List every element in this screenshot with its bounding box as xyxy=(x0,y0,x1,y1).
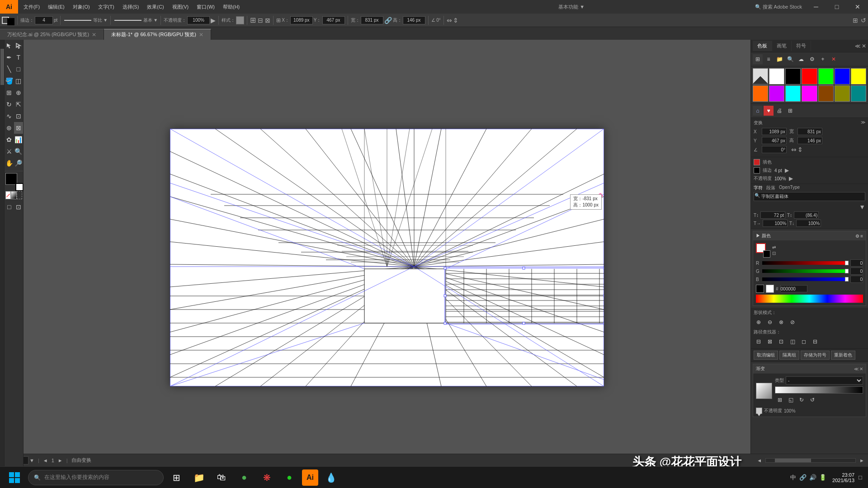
isolate-group-btn[interactable]: 隔离组 xyxy=(779,351,799,360)
zoom-out-tool[interactable]: 🔎 xyxy=(14,157,24,169)
stroke-width-input[interactable] xyxy=(35,16,53,24)
hand-tool[interactable]: ✋ xyxy=(5,157,14,169)
prev-page-btn[interactable]: ◄ xyxy=(43,458,48,463)
tray-battery-icon[interactable]: 🔋 xyxy=(819,474,827,482)
zoom-dropdown-icon[interactable]: ▼ xyxy=(29,458,34,463)
recolor-btn[interactable]: 重新着色 xyxy=(831,351,855,360)
tab-brush[interactable]: 画笔 xyxy=(772,41,792,51)
color-stroke-box[interactable] xyxy=(763,250,770,258)
icon-printer[interactable]: 🖨 xyxy=(774,106,784,116)
illustrator-taskbar-icon[interactable]: Ai xyxy=(302,469,318,486)
divide-icon[interactable]: ⊟ xyxy=(754,337,764,347)
none-color[interactable] xyxy=(5,191,11,199)
swatch-olive[interactable] xyxy=(835,85,850,102)
exclude-icon[interactable]: ⊘ xyxy=(788,317,797,327)
fill-indicator[interactable] xyxy=(754,159,760,165)
direct-selection-tool[interactable] xyxy=(14,40,24,52)
height-input[interactable] xyxy=(403,16,425,24)
minus-back-icon[interactable]: ⊟ xyxy=(810,337,820,347)
b-value-input[interactable] xyxy=(850,276,863,283)
tab-swatches[interactable]: 色板 xyxy=(753,41,772,51)
tracking-v-input[interactable] xyxy=(796,220,821,227)
gradient-box[interactable] xyxy=(11,191,16,199)
gradient-collapse-icon[interactable]: ≪ xyxy=(854,366,859,371)
transform-expand[interactable]: ≫ xyxy=(861,120,865,126)
swatch-none[interactable] xyxy=(753,68,768,84)
opacity-input[interactable] xyxy=(187,16,210,24)
symbol-tool[interactable]: ✿ xyxy=(5,134,14,145)
outline-icon[interactable]: ◻ xyxy=(799,337,809,347)
shape-builder[interactable]: ⊕ xyxy=(14,87,24,99)
tray-lang-icon[interactable]: 中 xyxy=(789,474,797,482)
font-name-input[interactable] xyxy=(754,192,865,201)
x-value-input[interactable] xyxy=(762,128,787,135)
b-slider[interactable] xyxy=(762,277,849,281)
menu-help[interactable]: 帮助(H) xyxy=(219,2,243,12)
selection-tool[interactable] xyxy=(5,40,14,52)
menu-view[interactable]: 视图(V) xyxy=(169,2,193,12)
pen-tool[interactable]: ✒ xyxy=(5,52,14,63)
tab-wansong[interactable]: 万松纪念.ai @ 25% (RGB/GPU 预览) ✕ xyxy=(0,29,104,40)
font-size-input[interactable] xyxy=(760,211,785,219)
x-coord-input[interactable] xyxy=(290,16,313,24)
swatch-orange[interactable] xyxy=(753,85,768,102)
crop-icon[interactable]: ◫ xyxy=(788,337,797,347)
color-settings-icon[interactable]: ⚙ xyxy=(855,234,859,239)
scrollbar-thumb[interactable] xyxy=(775,459,811,462)
gradient-icon-2[interactable]: ◱ xyxy=(786,395,796,405)
warp-tool[interactable]: ∿ xyxy=(5,110,14,122)
start-button[interactable] xyxy=(4,467,25,488)
maximize-button[interactable]: □ xyxy=(826,0,847,14)
swatch-view-icon[interactable]: ⊞ xyxy=(753,54,763,64)
arrange-icon[interactable]: ⊞ xyxy=(853,17,858,24)
y-value-input[interactable] xyxy=(762,137,787,144)
explorer-icon[interactable]: 📁 xyxy=(189,468,209,488)
show-desktop-icon[interactable]: □ xyxy=(856,474,864,482)
paint-bucket[interactable]: 🪣 xyxy=(5,75,14,87)
scroll-thumb[interactable] xyxy=(0,49,4,85)
minus-front-icon[interactable]: ⊖ xyxy=(765,317,775,327)
icon-heart[interactable]: ♥ xyxy=(764,106,774,116)
trim-icon[interactable]: ⊠ xyxy=(765,337,775,347)
color-default-icon[interactable]: ⊡ xyxy=(772,251,776,256)
leading-input[interactable] xyxy=(794,211,819,219)
next-page-btn[interactable]: ► xyxy=(58,458,63,463)
gradient-type-select[interactable]: - 线性 径向 xyxy=(786,376,863,385)
tab-symbol[interactable]: 符号 xyxy=(792,41,811,51)
zoom-tool[interactable]: 🔍 xyxy=(14,145,24,157)
swatch-red[interactable] xyxy=(802,68,817,84)
angle-value-input[interactable] xyxy=(762,146,787,153)
color-swap-icon[interactable]: ⇄ xyxy=(772,245,776,250)
g-value-input[interactable] xyxy=(850,267,863,275)
menu-file[interactable]: 文件(F) xyxy=(20,2,43,12)
w-value-input[interactable] xyxy=(797,128,822,135)
tray-network-icon[interactable]: 🔗 xyxy=(799,474,807,482)
swatch-green[interactable] xyxy=(818,68,834,84)
slice-tool[interactable]: ⚔ xyxy=(5,145,14,157)
gradient-icon-3[interactable]: ↻ xyxy=(797,395,807,405)
swatch-folder-icon[interactable]: 📁 xyxy=(774,54,784,64)
swatch-magenta[interactable] xyxy=(802,85,817,102)
network-icon[interactable]: 💧 xyxy=(321,468,341,488)
swatch-yellow[interactable] xyxy=(851,68,866,84)
browser-icon[interactable]: ● xyxy=(234,468,254,488)
menu-object[interactable]: 对象(O) xyxy=(69,2,94,12)
menu-window[interactable]: 窗口(W) xyxy=(193,2,218,12)
type-tool[interactable]: T xyxy=(14,52,24,63)
menu-edit[interactable]: 编辑(E) xyxy=(44,2,68,12)
flip-h-icon[interactable]: ⇔ xyxy=(447,17,452,24)
icon-grid2[interactable]: ⊞ xyxy=(785,106,795,116)
red-icon[interactable]: ❋ xyxy=(257,468,277,488)
perspective-tool[interactable]: ⊠ xyxy=(14,122,24,134)
swatch-blue[interactable] xyxy=(835,68,850,84)
swatch-search-icon[interactable]: 🔍 xyxy=(785,54,795,64)
menu-select[interactable]: 选择(S) xyxy=(119,2,143,12)
graph-tool[interactable]: 📊 xyxy=(14,134,24,145)
save-symbol-btn[interactable]: 存储为符号 xyxy=(801,351,830,360)
menu-effect[interactable]: 效果(C) xyxy=(143,2,167,12)
flip-v-icon[interactable]: ⇕ xyxy=(453,17,458,24)
swatch-bg[interactable] xyxy=(766,285,774,293)
gradient-preview-box[interactable] xyxy=(756,383,772,399)
swatch-black[interactable] xyxy=(785,68,801,84)
icon-home[interactable]: ⌂ xyxy=(753,106,763,116)
